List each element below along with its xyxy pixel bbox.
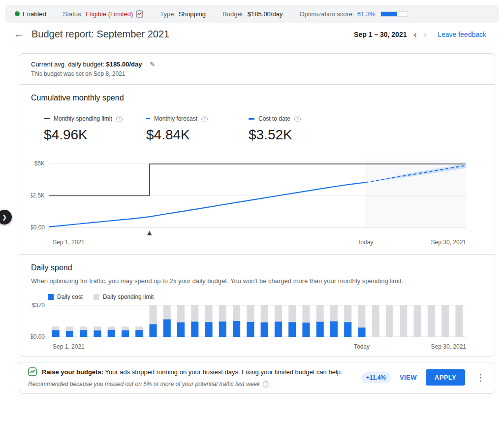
uplift-chip: +11.4% — [361, 372, 391, 383]
type-label: Type: — [160, 10, 176, 18]
limit-help-icon[interactable]: ? — [116, 116, 123, 122]
next-month-chevron-icon[interactable]: › — [424, 30, 427, 39]
enabled-dot-icon — [15, 11, 20, 16]
current-budget-value: $185.00/day — [106, 61, 142, 68]
content-area: Current avg. daily budget: $185.00/day ✎… — [0, 46, 504, 394]
status-item: Status: Eligible (Limited) — [63, 10, 144, 18]
budget-set-date: This budget was set on Sep 8, 2021 — [31, 70, 483, 77]
limit-legend-label: Monthly spending limit — [54, 115, 112, 122]
svg-text:Today: Today — [357, 239, 373, 246]
svg-text:Today: Today — [354, 343, 370, 350]
type-item: Type: Shopping — [160, 10, 206, 18]
apply-button[interactable]: APPLY — [426, 369, 465, 386]
cumulative-chart: $5K$2.5K$0.00Sep 1, 2021TodaySep 30, 202… — [31, 159, 484, 247]
header-right: Sep 1 – 30, 2021 ‹ › Leave feedback — [354, 30, 486, 39]
forecast-help-icon[interactable]: ? — [201, 116, 208, 122]
svg-text:Sep 30, 2021: Sep 30, 2021 — [431, 239, 467, 246]
recommendation-actions: +11.4% VIEW APPLY ⋮ — [361, 369, 487, 386]
recommendation-title: Raise your budgets: — [42, 368, 103, 376]
status-value: Eligible (Limited) — [86, 10, 133, 18]
budget-report-card: Current avg. daily budget: $185.00/day ✎… — [19, 53, 495, 357]
recommendation-card: Raise your budgets: Your ads stopped run… — [19, 362, 495, 394]
budget-report-screen: Enabled Status: Eligible (Limited) Type:… — [0, 0, 504, 421]
legend-monthly-spending-limit: Monthly spending limit ? $4.96K — [44, 115, 146, 143]
daily-cost-legend-item: Daily cost — [48, 293, 83, 300]
cost-legend-value: $3.52K — [249, 127, 351, 143]
daily-cost-legend-label: Daily cost — [57, 293, 83, 300]
daily-limit-swatch-icon — [94, 294, 99, 300]
cumulative-section-title: Cumulative monthly spend — [31, 94, 483, 102]
recommendation-left: Raise your budgets: Your ads stopped run… — [28, 367, 353, 388]
svg-text:$0.00: $0.00 — [31, 333, 45, 340]
limit-line-glyph-icon — [44, 118, 50, 119]
daily-chart: $370$0.00Sep 1, 2021TodaySep 30, 2021 — [31, 301, 484, 351]
daily-limit-legend-label: Daily spending limit — [103, 293, 154, 300]
svg-text:$2.5K: $2.5K — [31, 192, 45, 199]
enabled-label: Enabled — [23, 10, 46, 18]
status-history-icon[interactable] — [136, 10, 143, 18]
recommendation-text: Raise your budgets: Your ads stopped run… — [42, 368, 343, 376]
campaign-enabled-status[interactable]: Enabled — [15, 10, 46, 18]
recommendation-footnote-row: Recommended because you missed out on 5%… — [28, 381, 353, 388]
optimization-score-item: Optimization score: 61.3% — [299, 10, 408, 18]
recommendation-body: Your ads stopped running on your busiest… — [105, 368, 342, 376]
limit-legend-value: $4.96K — [44, 127, 146, 143]
recommendation-footnote: Recommended because you missed out on 5%… — [28, 381, 260, 388]
cumulative-legend: Monthly spending limit ? $4.96K Monthly … — [44, 115, 483, 143]
expand-chevron-icon: ❯ — [2, 214, 7, 221]
previous-month-chevron-icon[interactable]: ‹ — [413, 30, 416, 39]
raise-budgets-icon — [28, 367, 37, 376]
status-label: Status: — [63, 10, 83, 18]
legend-head-cost: Cost to date ? — [249, 115, 351, 122]
optimization-score-bar — [380, 11, 408, 17]
campaign-status-bar: Enabled Status: Eligible (Limited) Type:… — [5, 5, 499, 23]
daily-legend: Daily cost Daily spending limit — [48, 293, 483, 300]
footnote-help-icon[interactable]: ? — [263, 381, 269, 388]
svg-text:Sep 1, 2021: Sep 1, 2021 — [53, 239, 85, 246]
optimization-score-label: Optimization score: — [299, 10, 354, 18]
recommendation-row: Raise your budgets: Your ads stopped run… — [28, 367, 353, 376]
legend-head-limit: Monthly spending limit ? — [44, 115, 146, 122]
legend-head-forecast: Monthly forecast ? — [146, 115, 249, 122]
svg-text:Sep 1, 2021: Sep 1, 2021 — [53, 343, 85, 350]
svg-text:Sep 30, 2021: Sep 30, 2021 — [431, 343, 467, 350]
forecast-line-glyph-icon — [146, 118, 150, 119]
svg-text:$5K: $5K — [34, 160, 45, 167]
date-range: Sep 1 – 30, 2021 — [354, 31, 407, 38]
cost-legend-label: Cost to date — [258, 115, 290, 122]
cost-help-icon[interactable]: ? — [294, 116, 301, 122]
legend-cost-to-date: Cost to date ? $3.52K — [249, 115, 351, 143]
forecast-legend-value: $4.84K — [146, 127, 249, 143]
current-budget-label: Current avg. daily budget: — [31, 61, 104, 68]
cumulative-chart-wrap: $5K$2.5K$0.00Sep 1, 2021TodaySep 30, 202… — [31, 159, 483, 247]
daily-section-title: Daily spend — [31, 263, 483, 272]
legend-monthly-forecast: Monthly forecast ? $4.84K — [146, 115, 249, 143]
kebab-menu-icon[interactable]: ⋮ — [474, 372, 487, 383]
budget-value: $185.00/day — [248, 10, 283, 18]
page-header: ← Budget report: September 2021 Sep 1 – … — [5, 23, 499, 46]
optimization-score-fill — [381, 12, 397, 16]
leave-feedback-link[interactable]: Leave feedback — [438, 31, 486, 38]
current-budget-section: Current avg. daily budget: $185.00/day ✎… — [19, 54, 495, 84]
forecast-legend-label: Monthly forecast — [154, 115, 197, 122]
current-budget-line: Current avg. daily budget: $185.00/day ✎ — [31, 61, 483, 68]
cost-line-glyph-icon — [249, 118, 254, 120]
svg-text:$370: $370 — [32, 302, 45, 309]
page-title: Budget report: September 2021 — [32, 29, 169, 40]
type-value: Shopping — [179, 10, 206, 18]
daily-spend-section: Daily spend When optimizing for traffic,… — [19, 254, 495, 356]
svg-text:$0.00: $0.00 — [31, 224, 45, 231]
budget-label: Budget: — [222, 10, 245, 18]
budget-item: Budget: $185.00/day — [222, 10, 283, 18]
edit-budget-icon[interactable]: ✎ — [150, 61, 155, 68]
view-button[interactable]: VIEW — [400, 374, 417, 381]
daily-cost-swatch-icon — [48, 294, 54, 300]
optimization-score-value: 61.3% — [357, 10, 376, 18]
back-arrow-icon[interactable]: ← — [14, 29, 24, 40]
daily-limit-legend-item: Daily spending limit — [94, 293, 154, 300]
cumulative-spend-section: Cumulative monthly spend Monthly spendin… — [19, 84, 495, 254]
daily-description: When optimizing for traffic, you may spe… — [31, 277, 483, 285]
